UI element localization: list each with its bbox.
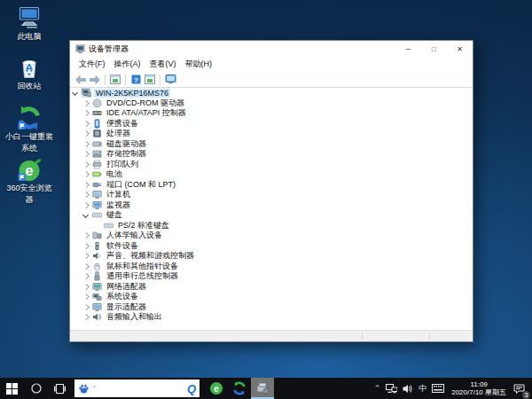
this-pc-icon — [17, 5, 42, 30]
expand-arrow-icon[interactable] — [82, 272, 90, 280]
toolbar-help-button[interactable]: ? — [129, 74, 143, 86]
computer-root-icon — [82, 88, 91, 98]
cortana-button[interactable] — [24, 378, 48, 399]
device-manager-window: 设备管理器 ─ □ ✕ 文件(F)操作(A)查看(V)帮助(H) ? WIN-2… — [69, 40, 473, 342]
desktop-icon-label: 回收站 — [1, 82, 58, 91]
baidu-paw-icon — [78, 383, 90, 395]
expand-arrow-icon[interactable] — [82, 231, 90, 239]
expand-arrow-icon[interactable] — [82, 109, 90, 117]
start-button[interactable] — [0, 378, 24, 399]
action-center-icon[interactable]: 3 — [511, 378, 532, 399]
expand-arrow-icon[interactable] — [82, 242, 90, 250]
tree-item[interactable]: 音频输入和输出 — [70, 312, 473, 323]
network-icon[interactable] — [383, 378, 400, 399]
minimize-button[interactable]: ─ — [395, 41, 421, 57]
notification-badge: 3 — [522, 391, 530, 399]
desktop-icon-label: 系统 — [1, 144, 58, 153]
software-icon — [92, 241, 102, 251]
tree-item-label: 音频输入和输出 — [105, 311, 164, 323]
task-view-button[interactable] — [48, 378, 72, 399]
desktop-icon-label: 小白一键重装 — [1, 132, 58, 142]
tree-item-label: WIN-2K5KP16MS76 — [94, 89, 170, 98]
svg-text:e: e — [26, 163, 34, 178]
desktop-icon-xiaobai-reinstall[interactable]: 小白一键重装系统 — [1, 106, 58, 153]
toolbar-action-pane-button[interactable] — [143, 74, 157, 86]
menu-action[interactable]: 操作(A) — [110, 57, 145, 72]
portable-icon — [92, 119, 102, 129]
taskbar-xiaobai[interactable] — [228, 378, 251, 399]
search-box[interactable]: ⌃ Q — [74, 379, 200, 397]
clock[interactable]: 11:09 2020/7/10 星期五 — [447, 380, 511, 396]
sound-icon — [92, 251, 102, 261]
recycle-bin-icon — [17, 55, 42, 80]
collapse-arrow-icon[interactable] — [72, 89, 80, 97]
menu-view[interactable]: 查看(V) — [145, 57, 181, 72]
expand-arrow-icon[interactable] — [82, 303, 90, 311]
search-logo-icon: Q — [187, 382, 196, 395]
dvd-icon — [92, 98, 102, 108]
usb-icon — [92, 271, 102, 281]
expand-arrow-icon[interactable] — [82, 99, 90, 107]
ime-indicator[interactable]: 中 — [416, 378, 429, 399]
disk-icon — [92, 139, 102, 149]
toolbar-remote-monitor-button[interactable] — [163, 74, 177, 86]
expand-arrow-icon[interactable] — [82, 283, 90, 291]
volume-icon[interactable] — [400, 378, 416, 399]
hid-icon — [92, 231, 102, 240]
menu-help[interactable]: 帮助(H) — [181, 57, 217, 72]
taskbar: ⌃ Q e ⌃ 中 11:09 2020/7/10 星期五 3 — [0, 378, 532, 399]
desktop-icon-label: 器 — [1, 195, 58, 205]
keyboard-icon — [92, 210, 102, 220]
toolbar: ? — [70, 72, 473, 88]
tree-item[interactable]: 打印队列 — [70, 160, 473, 170]
window-title: 设备管理器 — [89, 43, 395, 55]
audio-icon — [92, 312, 102, 322]
status-bar — [70, 330, 473, 341]
network-icon — [92, 282, 102, 292]
close-button[interactable]: ✕ — [447, 41, 473, 57]
expand-arrow-icon[interactable] — [82, 201, 90, 209]
system-icon — [92, 292, 102, 301]
desktop-icon-360-browser[interactable]: e360安全浏览器 — [1, 157, 58, 205]
toolbar-forward-button[interactable] — [88, 74, 102, 86]
computer-icon — [92, 190, 102, 200]
toolbar-back-button[interactable] — [74, 74, 88, 86]
taskbar-device-manager[interactable] — [251, 378, 274, 399]
desktop-icon-this-pc[interactable]: 此电脑 — [1, 5, 58, 42]
maximize-button[interactable]: □ — [421, 41, 447, 57]
expand-arrow-icon[interactable] — [82, 150, 90, 158]
tray-chevron-up-icon[interactable]: ⌃ — [372, 378, 384, 399]
menu-bar: 文件(F)操作(A)查看(V)帮助(H) — [70, 57, 473, 72]
device-tree: WIN-2K5KP16MS76DVD/CD-ROM 驱动器IDE ATA/ATA… — [70, 88, 473, 330]
menu-file[interactable]: 文件(F) — [74, 57, 110, 72]
expand-arrow-icon[interactable] — [82, 313, 90, 321]
expand-arrow-icon[interactable] — [82, 252, 90, 260]
tree-item[interactable]: 监视器 — [70, 200, 473, 211]
expand-arrow-icon[interactable] — [82, 140, 90, 148]
cpu-icon — [92, 129, 102, 138]
clock-time: 11:09 — [451, 380, 506, 388]
expand-arrow-icon[interactable] — [82, 160, 90, 168]
expand-arrow-icon[interactable] — [82, 262, 90, 270]
svg-text:e: e — [214, 384, 219, 394]
expand-arrow-icon[interactable] — [82, 181, 90, 189]
expand-arrow-icon[interactable] — [82, 170, 90, 178]
desktop-icon-label: 此电脑 — [1, 32, 58, 42]
battery-icon — [92, 169, 102, 179]
desktop-icon-recycle-bin[interactable]: 回收站 — [1, 55, 58, 91]
expand-arrow-icon[interactable] — [82, 129, 90, 137]
title-bar[interactable]: 设备管理器 ─ □ ✕ — [70, 41, 473, 57]
expand-arrow-icon[interactable] — [82, 293, 90, 301]
expand-arrow-icon[interactable] — [82, 191, 90, 199]
collapse-arrow-icon[interactable] — [82, 211, 90, 219]
expand-arrow-icon[interactable] — [82, 120, 90, 128]
keyboard-icon — [104, 221, 113, 231]
desktop-icon-label: 360安全浏览 — [1, 184, 58, 193]
storage-icon — [92, 149, 102, 159]
expand-arrow-icon — [94, 222, 102, 230]
touch-keyboard-icon[interactable] — [429, 378, 447, 399]
display-icon — [92, 302, 102, 312]
taskbar-360-browser[interactable]: e — [205, 378, 228, 399]
toolbar-console-window-button[interactable] — [108, 74, 122, 86]
svg-text:?: ? — [134, 76, 138, 84]
